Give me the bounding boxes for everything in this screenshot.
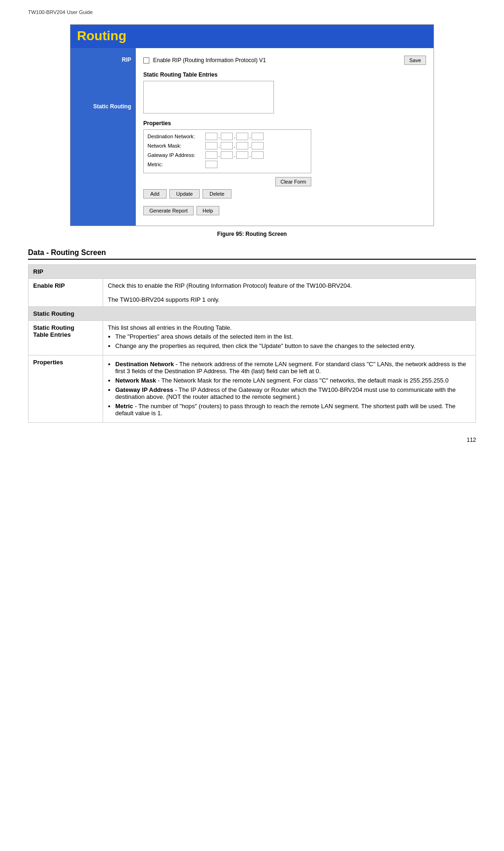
table-row-properties: Properties Destination Network - The net… [28,355,476,423]
gateway-ip-fields: . . . [205,151,264,159]
add-button[interactable]: Add [143,189,167,199]
list-item: Metric - The number of "hops" (routers) … [115,403,471,417]
gw-field-1[interactable] [205,151,217,159]
gw-field-3[interactable] [236,151,248,159]
static-entries-intro: This list shows all entries in the Routi… [108,324,232,331]
static-entries-label-bold: Static RoutingTable Entries [33,324,74,338]
bottom-buttons-row: Generate Report Help [143,206,426,215]
routing-sidebar: RIP Static Routing [70,48,136,226]
destination-network-label: Destination Network: [147,134,203,139]
enable-rip-col-label: Enable RIP [28,279,103,307]
properties-title: Properties [143,120,426,127]
save-button[interactable]: Save [404,56,426,65]
list-item: Gateway IP Address - The IP Address of t… [115,386,471,400]
list-item: Destination Network - The network addres… [115,361,471,375]
static-entries-col-desc: This list shows all entries in the Routi… [103,321,476,355]
properties-col-label: Properties [28,355,103,423]
update-button[interactable]: Update [169,189,200,199]
enable-rip-label: Enable RIP (Routing Information Protocol… [153,57,400,64]
data-table: RIP Enable RIP Check this to enable the … [28,264,476,423]
gateway-ip-bold: Gateway IP Address [115,386,173,393]
properties-label-bold: Properties [33,359,63,366]
static-entries-list: The "Properties" area shows details of t… [108,333,471,349]
page-number: 112 [28,437,476,443]
table-row-enable-rip: Enable RIP Check this to enable the RIP … [28,279,476,307]
routing-panel: Routing RIP Static Routing Enable RIP (R… [70,24,434,226]
routing-content: RIP Static Routing Enable RIP (Routing I… [70,48,434,226]
list-item: The "Properties" area shows details of t… [115,333,471,340]
routing-title: Routing [77,28,126,43]
routing-title-bar: Routing [70,25,434,48]
data-section-heading: Data - Routing Screen [28,248,476,260]
enable-rip-checkbox[interactable] [143,57,149,64]
figure-caption: Figure 95: Routing Screen [28,231,476,237]
ip-field-3[interactable] [236,133,248,140]
static-entries-col-label: Static RoutingTable Entries [28,321,103,355]
routing-table-box [143,81,274,113]
rip-row: Enable RIP (Routing Information Protocol… [143,53,426,68]
clear-form-row: Clear Form [143,177,311,186]
ip-field-4[interactable] [252,133,264,140]
table-row-static-entries: Static RoutingTable Entries This list sh… [28,321,476,355]
table-row-static-header: Static Routing [28,307,476,321]
sidebar-static-routing-label: Static Routing [70,99,136,113]
table-row-rip-header: RIP [28,265,476,279]
page-header: TW100-BRV204 User Guide [28,9,476,15]
gw-field-2[interactable] [221,151,233,159]
rip-section-header: RIP [28,265,476,279]
destination-network-row: Destination Network: . . . [147,133,307,140]
gateway-ip-label: Gateway IP Address: [147,152,203,158]
mask-field-3[interactable] [236,142,248,149]
list-item: Network Mask - The Network Mask for the … [115,377,471,384]
ip-field-1[interactable] [205,133,217,140]
delete-button[interactable]: Delete [203,189,231,199]
enable-rip-desc-2: The TW100-BRV204 supports RIP 1 only. [108,296,220,303]
action-buttons-row: Add Update Delete [143,189,426,199]
dest-network-bold: Destination Network [115,361,174,368]
properties-list: Destination Network - The network addres… [108,361,471,417]
network-mask-ip: . . . [205,142,264,149]
network-mask-label: Network Mask: [147,143,203,149]
static-routing-table-title: Static Routing Table Entries [143,71,426,78]
enable-rip-col-desc: Check this to enable the RIP (Routing In… [103,279,476,307]
help-button[interactable]: Help [196,206,219,215]
routing-main: Enable RIP (Routing Information Protocol… [136,48,434,226]
metric-row: Metric: [147,161,307,168]
metric-label: Metric: [147,162,203,167]
properties-box: Destination Network: . . . Network Mask: [143,129,311,173]
destination-network-ip: . . . [205,133,264,140]
sidebar-rip-label: RIP [70,53,136,67]
metric-field[interactable] [205,161,217,168]
static-routing-section-header: Static Routing [28,307,476,321]
ip-field-2[interactable] [221,133,233,140]
mask-field-4[interactable] [252,142,264,149]
network-mask-row: Network Mask: . . . [147,142,307,149]
gw-field-4[interactable] [252,151,264,159]
properties-col-desc: Destination Network - The network addres… [103,355,476,423]
mask-field-1[interactable] [205,142,217,149]
gateway-ip-row: Gateway IP Address: . . . [147,151,307,159]
enable-rip-desc-1: Check this to enable the RIP (Routing In… [108,282,352,289]
metric-bold: Metric [115,403,133,410]
network-mask-bold: Network Mask [115,377,156,384]
clear-form-button[interactable]: Clear Form [275,177,311,186]
list-item: Change any the properties as required, t… [115,342,471,349]
generate-report-button[interactable]: Generate Report [143,206,194,215]
mask-field-2[interactable] [221,142,233,149]
